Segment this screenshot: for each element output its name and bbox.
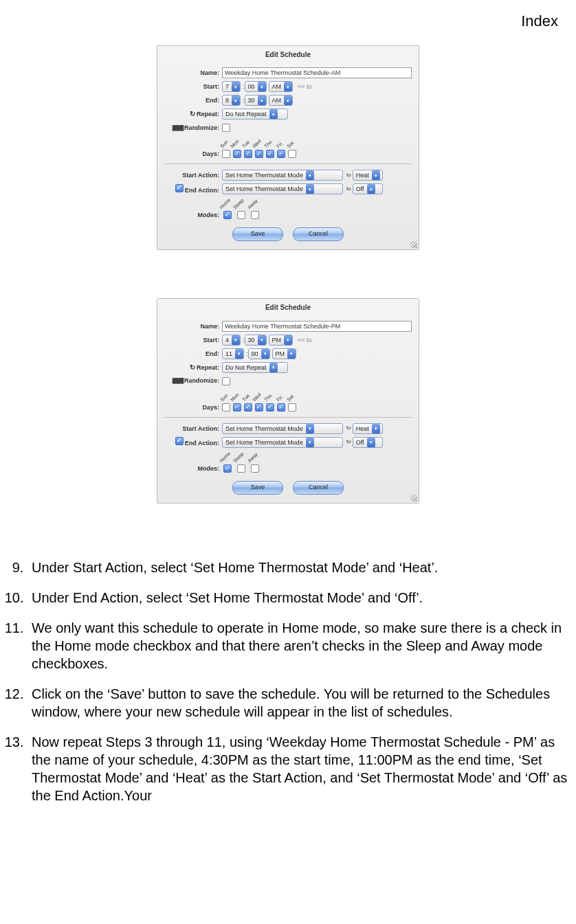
day-label: Tue: [241, 392, 251, 403]
panel-title: Edit Schedule: [157, 303, 419, 313]
to-label: to: [346, 425, 351, 432]
save-button[interactable]: Save: [232, 481, 283, 495]
cancel-button[interactable]: Cancel: [293, 481, 344, 495]
day-checkbox[interactable]: [233, 403, 241, 412]
end-ampm-select[interactable]: AM▾: [269, 95, 293, 106]
end-min-select[interactable]: 30▾: [245, 95, 267, 106]
end-action-select[interactable]: Set Home Thermostat Mode▾: [222, 437, 343, 448]
dropdown-icon: ▾: [232, 335, 240, 345]
day-checkbox[interactable]: [266, 403, 274, 412]
resize-handle-icon[interactable]: [410, 495, 417, 502]
day-checkbox[interactable]: [255, 150, 263, 158]
repeat-label: Repeat:: [164, 109, 222, 119]
mode-column: Sleep: [236, 211, 248, 219]
start-hour-select[interactable]: 7▾: [222, 81, 241, 92]
dropdown-icon: ▾: [232, 82, 240, 91]
start-ampm-select[interactable]: AM▾: [269, 81, 293, 92]
start-action-select[interactable]: Set Home Thermostat Mode▾: [222, 170, 343, 181]
name-input[interactable]: Weekday Home Thermostat Schedule-AM: [222, 67, 412, 78]
end-hour-select[interactable]: 11▾: [222, 348, 244, 359]
day-checkbox[interactable]: [222, 403, 230, 412]
start-min-select[interactable]: 30▾: [245, 335, 267, 346]
name-input[interactable]: Weekday Home Thermostat Schedule-PM: [222, 321, 412, 332]
mode-label: Away: [246, 451, 259, 464]
edit-schedule-panel-pm: Edit Schedule Name: Weekday Home Thermos…: [157, 298, 419, 504]
days-group: SunMonTueWedThuFriSat: [222, 143, 298, 158]
day-label: Fri: [275, 394, 283, 403]
days-label: Days:: [164, 403, 222, 412]
end-action-enabled-checkbox[interactable]: [175, 437, 184, 445]
day-label: Fri: [275, 141, 283, 149]
start-ampm-select[interactable]: PM▾: [269, 335, 293, 346]
day-checkbox[interactable]: [244, 150, 252, 158]
day-checkbox[interactable]: [288, 403, 296, 412]
start-action-value-select[interactable]: Heat▾: [353, 170, 383, 181]
randomize-icon: [172, 124, 184, 131]
randomize-label: Randomize:: [164, 124, 222, 133]
edit-schedule-panel-am: Edit Schedule Name: Weekday Home Thermos…: [157, 45, 419, 251]
randomize-label: Randomize:: [164, 376, 222, 385]
dropdown-icon: ▾: [287, 349, 296, 359]
dropdown-icon: ▾: [258, 82, 266, 91]
day-checkbox[interactable]: [277, 150, 285, 158]
day-checkbox[interactable]: [277, 403, 285, 412]
day-checkbox[interactable]: [233, 150, 241, 158]
day-label: Sun: [219, 139, 229, 149]
name-label: Name:: [164, 322, 222, 330]
day-column: Sat: [288, 403, 298, 412]
index-link[interactable]: Index: [7, 11, 558, 32]
start-min-select[interactable]: 00▾: [245, 81, 267, 92]
mode-column: Sleep: [236, 464, 248, 473]
day-checkbox[interactable]: [288, 150, 296, 158]
instruction-item: Under Start Action, select ‘Set Home The…: [27, 559, 569, 576]
day-label: Sat: [285, 140, 295, 150]
mode-checkbox[interactable]: [223, 464, 232, 473]
repeat-icon: [190, 364, 197, 371]
end-ampm-select[interactable]: PM▾: [272, 348, 297, 359]
mode-column: Home: [222, 464, 234, 473]
end-label: End:: [164, 96, 222, 104]
save-button[interactable]: Save: [232, 227, 283, 241]
randomize-checkbox[interactable]: [222, 377, 230, 385]
day-column: Sat: [288, 150, 298, 158]
mode-checkbox[interactable]: [223, 211, 232, 219]
to-label: to: [346, 172, 351, 179]
modes-label: Modes:: [164, 211, 222, 219]
mode-checkbox[interactable]: [237, 464, 245, 473]
end-action-value-select[interactable]: Off▾: [353, 437, 383, 448]
repeat-select[interactable]: Do Not Repeat▾: [222, 109, 288, 120]
mode-checkbox[interactable]: [237, 211, 245, 219]
day-column: Sun: [222, 150, 232, 158]
repeat-select[interactable]: Do Not Repeat▾: [222, 362, 288, 373]
instruction-item: Click on the ‘Save’ button to save the s…: [27, 685, 569, 721]
mode-label: Home: [218, 450, 232, 464]
day-checkbox[interactable]: [255, 403, 263, 412]
start-hour-select[interactable]: 4▾: [222, 335, 241, 346]
mode-label: Home: [218, 197, 232, 211]
day-column: Wed: [255, 150, 265, 158]
resize-handle-icon[interactable]: [410, 241, 417, 248]
modes-group: HomeSleepAway: [222, 204, 262, 219]
day-column: Mon: [233, 150, 243, 158]
mode-checkbox[interactable]: [251, 464, 259, 473]
randomize-checkbox[interactable]: [222, 124, 230, 132]
end-hour-select[interactable]: 8▾: [222, 95, 241, 106]
dropdown-icon: ▾: [284, 82, 292, 91]
end-action-enabled-checkbox[interactable]: [175, 184, 184, 192]
start-action-select[interactable]: Set Home Thermostat Mode▾: [222, 423, 343, 434]
day-checkbox[interactable]: [266, 150, 274, 158]
start-action-value-select[interactable]: Heat▾: [353, 423, 383, 434]
day-checkbox[interactable]: [222, 150, 230, 158]
name-label: Name:: [164, 69, 222, 77]
cancel-button[interactable]: Cancel: [293, 227, 344, 241]
end-action-value-select[interactable]: Off▾: [353, 183, 383, 194]
divider: [164, 164, 412, 164]
end-action-select[interactable]: Set Home Thermostat Mode▾: [222, 183, 343, 194]
repeat-icon: [190, 111, 197, 117]
mode-column: Home: [222, 211, 234, 219]
end-min-select[interactable]: 00▾: [248, 348, 270, 359]
day-checkbox[interactable]: [244, 403, 252, 412]
dropdown-icon: ▾: [306, 170, 314, 180]
mode-checkbox[interactable]: [251, 211, 259, 219]
dropdown-icon: ▾: [284, 335, 292, 345]
